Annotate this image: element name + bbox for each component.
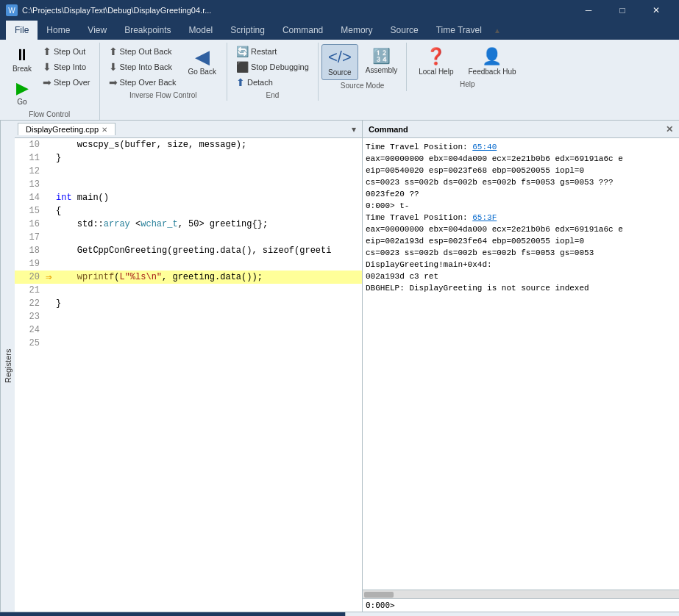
source-mode-buttons: </> Source 🔢 Assembly [321, 44, 403, 80]
maximize-button[interactable]: □ [605, 0, 639, 21]
tab-view[interactable]: View [79, 21, 115, 40]
cmd-line-13: DBGHELP: DisplayGreeting is not source i… [366, 282, 676, 294]
code-line-14: 14 int main() [15, 191, 362, 204]
step-into-back-button[interactable]: ⬇ Step Into Back [106, 60, 179, 74]
tab-breakpoints[interactable]: Breakpoints [115, 21, 179, 40]
stack-panel: Stack ▼ ⧉ ✕ DisplayGreeting!main + 0x42 … [346, 612, 679, 616]
cmd-line-10: cs=0023 ss=002b ds=002b es=002b fs=0053 … [366, 247, 676, 259]
inverse-flow-buttons: ⬆ Step Out Back ⬇ Step Into Back ➡ Step … [106, 44, 221, 90]
registers-label: Registers [4, 349, 13, 383]
step-over-back-button[interactable]: ➡ Step Over Back [106, 75, 179, 90]
code-panel: DisplayGreeting.cpp ✕ ▾ 10 wcscpy_s(buff… [15, 121, 363, 612]
cmd-line-2: eax=00000000 ebx=004da000 ecx=2e21b0b6 e… [366, 153, 676, 165]
code-tab[interactable]: DisplayGreeting.cpp ✕ [18, 123, 115, 135]
end-col: 🔄 Restart ⬛ Stop Debugging ⬆ Detach [233, 44, 312, 90]
cmd-line-7: Time Travel Position: 65:3F [366, 212, 676, 223]
code-tab-bar: DisplayGreeting.cpp ✕ ▾ [15, 121, 362, 138]
command-output[interactable]: Time Travel Position: 65:40 eax=00000000… [363, 138, 679, 590]
cmd-line-11: DisplayGreeting!main+0x4d: [366, 259, 676, 271]
code-line-22: 22 } [15, 297, 362, 310]
memory-panel: Memory 📌 ⧉ ✕ Address: 23 00 1B E9 0B 69 … [0, 612, 346, 616]
code-line-19: 19 [15, 257, 362, 271]
source-mode-label: Source Mode [341, 82, 384, 90]
go-button[interactable]: ▶ Go [6, 77, 38, 109]
minimize-button[interactable]: ─ [572, 0, 605, 21]
ribbon-group-help: ❓ Local Help 👤 Feedback Hub Help [407, 43, 527, 90]
tab-model[interactable]: Model [180, 21, 222, 40]
step-out-button[interactable]: ⬆ Step Out [40, 44, 93, 59]
feedback-hub-button[interactable]: 👤 Feedback Hub [462, 44, 522, 79]
break-button[interactable]: ⏸ Break [6, 44, 38, 76]
code-line-13: 13 [15, 178, 362, 191]
code-line-17: 17 [15, 231, 362, 244]
detach-button[interactable]: ⬆ Detach [233, 75, 312, 90]
code-line-10: 10 wcscpy_s(buffer, size, message); [15, 138, 362, 151]
cmd-line-1: Time Travel Position: 65:40 [366, 141, 676, 153]
code-line-24: 24 [15, 323, 362, 337]
command-input[interactable] [398, 601, 676, 610]
tab-command[interactable]: Command [274, 21, 332, 40]
title-bar-text: C:\Projects\DisplayText\Debug\DisplayGre… [22, 6, 211, 15]
stop-debugging-button[interactable]: ⬛ Stop Debugging [233, 60, 312, 74]
help-buttons: ❓ Local Help 👤 Feedback Hub [413, 44, 522, 79]
go-back-button[interactable]: ◀ Go Back [184, 44, 221, 79]
title-bar: W C:\Projects\DisplayText\Debug\DisplayG… [0, 0, 679, 21]
step-out-back-button[interactable]: ⬆ Step Out Back [106, 44, 179, 59]
code-tab-close[interactable]: ✕ [102, 126, 107, 134]
end-buttons: 🔄 Restart ⬛ Stop Debugging ⬆ Detach [233, 44, 312, 90]
panel-dropdown[interactable]: ▾ [349, 123, 359, 136]
title-bar-left: W C:\Projects\DisplayText\Debug\DisplayG… [6, 4, 211, 16]
local-help-button[interactable]: ❓ Local Help [413, 44, 459, 79]
step-buttons: ⬆ Step Out ⬇ Step Into ➡ Step Over [40, 44, 93, 90]
close-button[interactable]: ✕ [639, 0, 673, 21]
inverse-flow-label: Inverse Flow Control [129, 91, 197, 99]
tab-scripting[interactable]: Scripting [221, 21, 274, 40]
ribbon-group-inverse-flow: ⬆ Step Out Back ⬇ Step Into Back ➡ Step … [100, 43, 227, 101]
code-line-12: 12 [15, 165, 362, 178]
ribbon-tabs: File Home View Breakpoints Model Scripti… [0, 21, 679, 40]
end-label: End [266, 91, 279, 99]
source-button[interactable]: </> Source [321, 44, 358, 80]
tab-file[interactable]: File [6, 21, 38, 40]
scroll-thumb [364, 592, 394, 598]
command-title: Command [369, 125, 408, 134]
help-label: Help [460, 80, 475, 88]
step-over-button[interactable]: ➡ Step Over [40, 75, 93, 90]
tab-time-travel[interactable]: Time Travel [427, 21, 491, 40]
cmd-line-8: eax=00000000 ebx=004da000 ecx=2e21b0b6 e… [366, 223, 676, 235]
app-icon: W [6, 4, 18, 16]
ribbon-scroll-up[interactable]: ▲ [491, 21, 504, 40]
step-into-button[interactable]: ⬇ Step Into [40, 60, 93, 74]
cmd-line-3: eip=00540020 esp=0023fe68 ebp=00520055 i… [366, 165, 676, 176]
memory-header: Memory 📌 ⧉ ✕ [0, 612, 345, 616]
code-content[interactable]: 10 wcscpy_s(buffer, size, message); 11 }… [15, 138, 362, 612]
tab-source[interactable]: Source [382, 21, 427, 40]
command-close-button[interactable]: ✕ [666, 124, 673, 135]
registers-sidebar[interactable]: Registers [0, 121, 15, 612]
cmd-line-6: 0:000> t- [366, 200, 676, 212]
cmd-line-4: cs=0023 ss=002b ds=002b es=002b fs=0053 … [366, 176, 676, 188]
code-line-23: 23 [15, 310, 362, 323]
command-prompt: 0:000> [366, 601, 395, 610]
cmd-line-9: eip=002a193d esp=0023fe64 ebp=00520055 i… [366, 235, 676, 247]
tab-home[interactable]: Home [38, 21, 79, 40]
code-line-20: 20 ⇒ wprintf(L"%ls\n", greeting.data()); [15, 271, 362, 284]
command-scroll-x[interactable] [363, 590, 679, 598]
command-input-area: 0:000> [363, 598, 679, 612]
assembly-button[interactable]: 🔢 Assembly [360, 44, 403, 80]
flow-control-label: Flow Control [29, 110, 70, 118]
tab-memory[interactable]: Memory [332, 21, 381, 40]
code-line-15: 15 { [15, 204, 362, 218]
bottom-section: Memory 📌 ⧉ ✕ Address: 23 00 1B E9 0B 69 … [0, 612, 679, 616]
ribbon-group-source-mode: </> Source 🔢 Assembly Source Mode [319, 43, 407, 91]
ribbon-group-flow-control: ⏸ Break ▶ Go ⬆ Step Out ⬇ Step Into [0, 43, 100, 120]
cmd-line-5: 0023fe20 ?? [366, 188, 676, 200]
flow-control-buttons: ⏸ Break ▶ Go ⬆ Step Out ⬇ Step Into [6, 44, 93, 109]
code-line-18: 18 GetCppConGreeting(greeting.data(), si… [15, 244, 362, 257]
main-container: Registers DisplayGreeting.cpp ✕ ▾ 10 wcs… [0, 121, 679, 612]
stack-header: Stack ▼ ⧉ ✕ [346, 612, 679, 616]
restart-button[interactable]: 🔄 Restart [233, 44, 312, 59]
ribbon-group-end: 🔄 Restart ⬛ Stop Debugging ⬆ Detach End [227, 43, 319, 101]
title-bar-controls[interactable]: ─ □ ✕ [572, 0, 673, 21]
code-line-16: 16 std::array <wchar_t, 50> greeting{}; [15, 218, 362, 231]
